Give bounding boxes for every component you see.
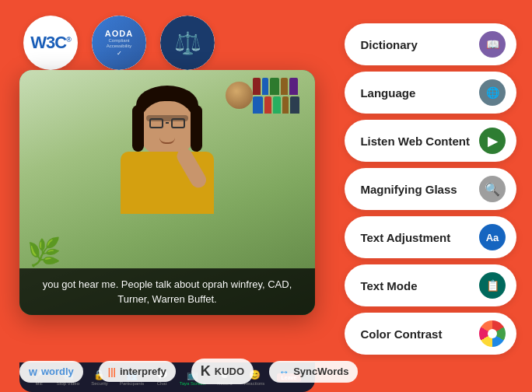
menu-item-language[interactable]: Language 🌐 — [345, 72, 516, 114]
plant-decoration: 🌿 — [27, 236, 61, 268]
menu-item-text-adjustment[interactable]: Text Adjustment Aa — [345, 216, 516, 258]
dictionary-label: Dictionary — [360, 38, 417, 51]
listen-web-content-label: Listen Web Content — [360, 135, 470, 148]
menu-item-listen-web-content[interactable]: Listen Web Content ▶ — [345, 120, 516, 162]
globe-decoration — [226, 82, 253, 109]
text-adjustment-label: Text Adjustment — [360, 231, 450, 244]
text-mode-icon: 📋 — [479, 272, 506, 299]
menu-item-text-mode[interactable]: Text Mode 📋 — [345, 264, 516, 306]
partner-interprefy[interactable]: ||| interprefy — [99, 361, 176, 382]
text-adjustment-icon: Aa — [479, 224, 506, 250]
caption-bar: you got hear me. People talk about oprah… — [19, 268, 315, 315]
magnifying-glass-label: Magnifying Glass — [360, 183, 457, 196]
kudo-icon: K — [201, 363, 211, 380]
menu-item-magnifying-glass[interactable]: Magnifying Glass 🔍 — [345, 168, 516, 210]
interprefy-icon: ||| — [108, 366, 116, 377]
wordly-label: wordly — [41, 366, 74, 377]
color-contrast-label: Color Contrast — [360, 327, 442, 341]
language-label: Language — [360, 86, 415, 100]
menu-item-dictionary[interactable]: Dictionary 📖 — [345, 23, 516, 65]
partner-wordly[interactable]: w wordly — [19, 361, 83, 383]
syncwords-icon: ↔ — [278, 366, 289, 378]
partner-kudo[interactable]: K KUDO — [191, 359, 254, 384]
language-icon: 🌐 — [479, 79, 506, 106]
magnifying-glass-icon: 🔍 — [479, 176, 506, 202]
bookshelf-decoration — [249, 74, 311, 136]
interprefy-label: interprefy — [120, 366, 166, 377]
doj-badge: ⚖️ — [160, 16, 215, 70]
dictionary-icon: 📖 — [479, 31, 506, 58]
caption-text: you got hear me. People talk about oprah… — [35, 277, 299, 307]
aoda-badge: AODA CompliantAccessibility ✓ — [92, 16, 146, 70]
partner-syncwords[interactable]: ↔ SyncWords — [269, 361, 358, 383]
color-contrast-icon — [479, 320, 506, 347]
video-container: 🌿 you got hear me. People talk about opr… — [19, 70, 315, 315]
text-mode-label: Text Mode — [360, 279, 417, 292]
menu-item-color-contrast[interactable]: Color Contrast — [345, 313, 516, 355]
badges-row: W3C® AODA CompliantAccessibility ✓ ⚖️ — [23, 16, 215, 70]
listen-web-content-icon: ▶ — [479, 128, 506, 154]
partners-row: w wordly ||| interprefy K KUDO ↔ SyncWor… — [19, 359, 358, 384]
menu-panel: Dictionary 📖 Language 🌐 Listen Web Conte… — [345, 23, 516, 355]
syncwords-label: SyncWords — [293, 366, 348, 377]
w3c-badge: W3C® — [23, 16, 78, 70]
kudo-label: KUDO — [215, 366, 244, 377]
wordly-icon: w — [29, 366, 37, 378]
